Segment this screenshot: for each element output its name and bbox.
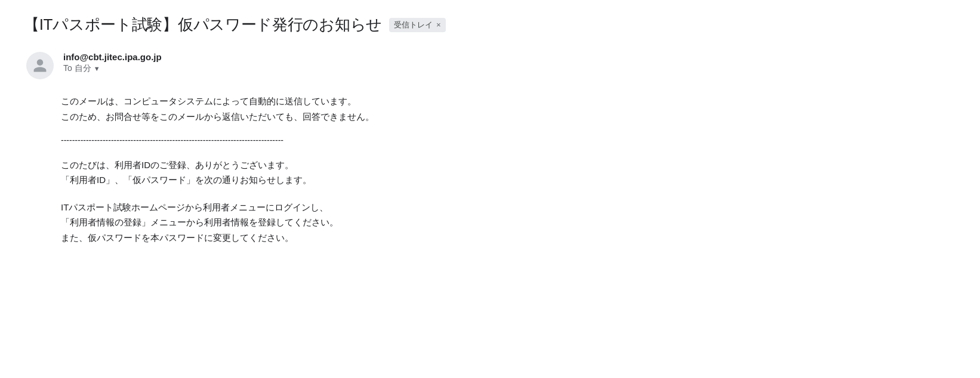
person-icon [32, 58, 48, 73]
paragraph2-line3: また、仮パスワードを本パスワードに変更してください。 [61, 230, 956, 246]
inbox-label-badge[interactable]: 受信トレイ × [389, 18, 446, 32]
email-view: 【ITパスポート試験】仮パスワード発行のお知らせ 受信トレイ × info@cb… [24, 14, 956, 245]
sender-email: info@cbt.jitec.ipa.go.jp [63, 52, 162, 62]
paragraph1-line2: 「利用者ID」、「仮パスワード」を次の通りお知らせします。 [61, 172, 956, 188]
body-line-2: このため、お問合せ等をこのメールから返信いただいても、回答できません。 [61, 109, 956, 125]
inbox-label-text: 受信トレイ [394, 20, 433, 30]
auto-send-notice: このメールは、コンピュータシステムによって自動的に送信しています。 このため、お… [61, 94, 956, 124]
body-line-1: このメールは、コンピュータシステムによって自動的に送信しています。 [61, 94, 956, 109]
paragraph2-line1: ITパスポート試験ホームページから利用者メニューにログインし、 [61, 200, 956, 215]
to-row[interactable]: To 自分 ▼ [63, 63, 162, 74]
paragraph1-line1: このたびは、利用者IDのご登録、ありがとうございます。 [61, 157, 956, 173]
paragraph2-line2: 「利用者情報の登録」メニューから利用者情報を登録してください。 [61, 215, 956, 230]
login-instructions: ITパスポート試験ホームページから利用者メニューにログインし、 「利用者情報の登… [61, 200, 956, 246]
sender-avatar [26, 52, 54, 79]
to-label: To 自分 [63, 63, 91, 74]
close-label-button[interactable]: × [436, 20, 441, 29]
sender-info: info@cbt.jitec.ipa.go.jp To 自分 ▼ [63, 52, 162, 74]
chevron-down-icon: ▼ [94, 65, 100, 72]
separator: ----------------------------------------… [61, 134, 956, 148]
subject-row: 【ITパスポート試験】仮パスワード発行のお知らせ 受信トレイ × [24, 14, 956, 35]
registration-thanks: このたびは、利用者IDのご登録、ありがとうございます。 「利用者ID」、「仮パス… [61, 157, 956, 188]
email-meta: info@cbt.jitec.ipa.go.jp To 自分 ▼ [24, 52, 956, 79]
email-body: このメールは、コンピュータシステムによって自動的に送信しています。 このため、お… [24, 94, 956, 245]
email-subject: 【ITパスポート試験】仮パスワード発行のお知らせ [24, 14, 382, 35]
